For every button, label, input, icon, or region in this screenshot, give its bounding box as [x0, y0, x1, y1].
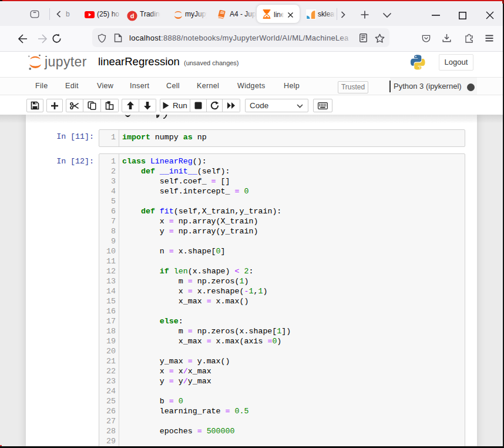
svg-text:d: d	[130, 12, 135, 19]
